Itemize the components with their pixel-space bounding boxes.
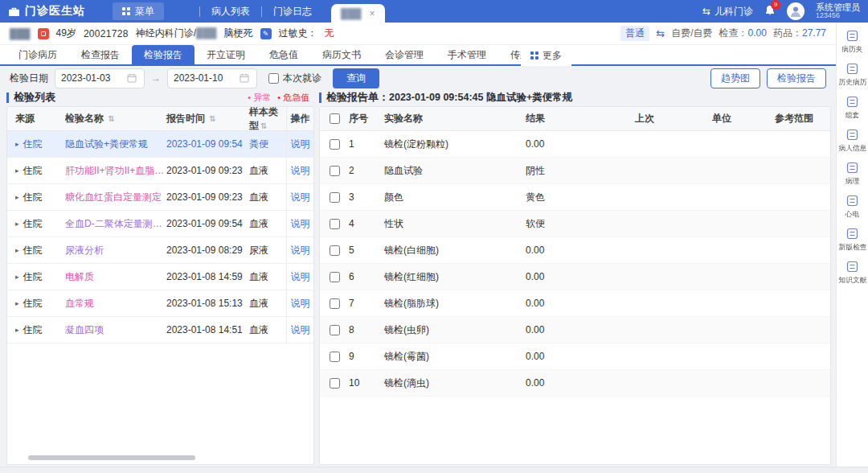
date-to-field[interactable] xyxy=(167,68,257,88)
avatar[interactable] xyxy=(787,2,805,20)
row-no: 8 xyxy=(349,324,384,335)
row-test-name[interactable]: 隐血试验+粪便常规 xyxy=(65,138,166,151)
caret-right-icon[interactable]: ▸ xyxy=(15,140,19,148)
row-checkbox[interactable] xyxy=(330,245,340,256)
date-to-input[interactable] xyxy=(174,72,236,84)
report-row[interactable]: 2 隐血试验 阴性 xyxy=(320,158,830,184)
lab-list-row[interactable]: ▸住院 全血D-二聚体定量测定(D-... 2023-01-09 09:54 血… xyxy=(7,211,313,237)
row-test-name[interactable]: 糖化血红蛋白定量测定 xyxy=(65,191,166,204)
row-test-name[interactable]: 血常规 xyxy=(65,297,166,311)
edit-icon[interactable]: ✎ xyxy=(260,28,272,39)
row-checkbox[interactable] xyxy=(330,219,340,229)
row-test-name[interactable]: 尿液分析 xyxy=(65,244,166,257)
caret-right-icon[interactable]: ▸ xyxy=(15,299,19,307)
row-checkbox[interactable] xyxy=(330,192,340,203)
explain-link[interactable]: 说明 xyxy=(291,270,310,284)
report-row[interactable]: 10 镜检(滴虫) 0.00 xyxy=(320,370,830,397)
row-checkbox[interactable] xyxy=(330,298,340,309)
row-test-name[interactable]: 全血D-二聚体定量测定(D-... xyxy=(65,217,166,231)
explain-link[interactable]: 说明 xyxy=(291,323,310,337)
lab-list-row[interactable]: ▸住院 电解质 2023-01-08 14:59 血液 说明 xyxy=(7,264,313,290)
fee-type-badge[interactable]: 普通 xyxy=(620,26,649,41)
function-tab[interactable]: 会诊管理 xyxy=(373,45,436,64)
function-tab[interactable]: 危急值 xyxy=(257,45,310,64)
user-info[interactable]: 系统管理员 123456 xyxy=(816,2,860,20)
lab-list-row[interactable]: ▸住院 隐血试验+粪便常规 2023-01-09 09:54 粪便 说明 xyxy=(7,131,313,158)
lab-report-button[interactable]: 检验报告 xyxy=(767,68,826,88)
function-tab[interactable]: 门诊病历 xyxy=(6,45,69,64)
report-row[interactable]: 4 性状 软便 xyxy=(320,211,830,237)
function-tab[interactable]: 检验报告 xyxy=(132,45,194,64)
explain-link[interactable]: 说明 xyxy=(291,164,310,178)
lab-list-row[interactable]: ▸住院 肝功能II+肾功II+血脂血糖... 2023-01-09 09:23 … xyxy=(7,158,313,184)
this-visit-checkbox-wrap: 本次就诊 xyxy=(268,72,321,85)
fee-swap-icon[interactable]: ⇆ xyxy=(656,27,665,39)
lab-list-row[interactable]: ▸住院 尿液分析 2023-01-09 08:29 尿液 说明 xyxy=(7,237,313,264)
row-test-name[interactable]: 肝功能II+肾功II+血脂血糖... xyxy=(65,164,166,178)
select-all-checkbox[interactable] xyxy=(330,113,340,124)
row-source: 住院 xyxy=(23,244,43,257)
caret-right-icon[interactable]: ▸ xyxy=(15,193,19,201)
caret-right-icon[interactable]: ▸ xyxy=(15,326,19,334)
caret-right-icon[interactable]: ▸ xyxy=(15,246,19,254)
report-row[interactable]: 3 颜色 黄色 xyxy=(320,184,830,211)
caret-right-icon[interactable]: ▸ xyxy=(15,273,19,281)
rail-item[interactable]: 历史病历 xyxy=(837,63,868,88)
dept-switch-button[interactable]: ⇆ 儿科门诊 xyxy=(702,5,753,19)
calendar-icon xyxy=(127,73,137,83)
function-tab[interactable]: 手术管理 xyxy=(436,45,498,64)
explain-link[interactable]: 说明 xyxy=(291,191,310,204)
explain-link[interactable]: 说明 xyxy=(291,244,310,257)
function-tab[interactable]: 检查报告 xyxy=(69,45,132,64)
row-test-name[interactable]: 凝血四项 xyxy=(65,323,166,337)
report-row[interactable]: 5 镜检(白细胞) 0.00 xyxy=(320,237,830,264)
row-test-name[interactable]: 电解质 xyxy=(65,270,166,284)
this-visit-checkbox[interactable] xyxy=(268,73,279,84)
col-sample[interactable]: 样本类型⇅ xyxy=(249,106,286,133)
row-checkbox[interactable] xyxy=(330,139,340,150)
nav-patient-list[interactable]: 病人列表 xyxy=(203,5,258,19)
explain-link[interactable]: 说明 xyxy=(291,138,310,151)
report-row[interactable]: 6 镜检(红细胞) 0.00 xyxy=(320,264,830,290)
row-checkbox[interactable] xyxy=(330,166,340,176)
row-checkbox[interactable] xyxy=(330,272,340,282)
row-checkbox[interactable] xyxy=(330,378,340,389)
function-tab[interactable]: 病历文书 xyxy=(310,45,373,64)
active-patient-tab[interactable]: ███ × xyxy=(331,4,385,23)
legend-critical: •危急值 xyxy=(277,92,309,104)
report-row[interactable]: 9 镜检(霉菌) 0.00 xyxy=(320,343,830,370)
rail-item[interactable]: 病理 xyxy=(837,162,868,187)
caret-right-icon[interactable]: ▸ xyxy=(15,220,19,228)
tab-more[interactable]: 更多 xyxy=(521,46,571,65)
date-from-field[interactable] xyxy=(55,68,145,88)
col-time[interactable]: 报告时间 ⇅ xyxy=(166,112,249,125)
rail-item[interactable]: 新版检查 xyxy=(837,228,868,253)
lab-list-row[interactable]: ▸住院 糖化血红蛋白定量测定 2023-01-09 09:23 血液 说明 xyxy=(7,184,313,211)
explain-link[interactable]: 说明 xyxy=(291,297,310,311)
rail-item[interactable]: 组套 xyxy=(837,96,868,121)
close-icon[interactable]: × xyxy=(370,8,375,19)
search-button[interactable]: 查询 xyxy=(333,68,379,88)
trend-chart-button[interactable]: 趋势图 xyxy=(710,68,760,88)
report-row[interactable]: 1 镜检(淀粉颗粒) 0.00 xyxy=(320,131,830,158)
rail-item[interactable]: 病人信息 xyxy=(837,129,868,154)
row-checkbox[interactable] xyxy=(330,325,340,335)
row-checkbox[interactable] xyxy=(330,352,340,362)
report-row[interactable]: 8 镜检(虫卵) 0.00 xyxy=(320,317,830,343)
nav-clinic-log[interactable]: 门诊日志 xyxy=(265,5,320,19)
rail-item[interactable]: 病历夹 xyxy=(837,30,868,55)
explain-link[interactable]: 说明 xyxy=(291,217,310,231)
report-subtitle: 2023-01-09 09:54:45 隐血试验+粪便常规 xyxy=(389,91,572,105)
caret-right-icon[interactable]: ▸ xyxy=(15,167,19,175)
report-row[interactable]: 7 镜检(脂肪球) 0.00 xyxy=(320,290,830,317)
rail-item[interactable]: 知识文献 xyxy=(837,261,868,286)
notification-bell[interactable]: 9 xyxy=(764,5,776,19)
date-from-input[interactable] xyxy=(61,72,124,84)
lab-list-row[interactable]: ▸住院 血常规 2023-01-08 15:13 血液 说明 xyxy=(7,290,313,317)
col-name[interactable]: 检验名称 ⇅ xyxy=(65,112,166,125)
lab-list-row[interactable]: ▸住院 凝血四项 2023-01-08 14:51 血液 说明 xyxy=(7,317,313,343)
horizontal-scrollbar[interactable] xyxy=(28,455,195,460)
menu-button[interactable]: 菜单 xyxy=(113,2,164,20)
rail-item[interactable]: 心电 xyxy=(837,195,868,220)
function-tab[interactable]: 开立证明 xyxy=(194,45,257,64)
